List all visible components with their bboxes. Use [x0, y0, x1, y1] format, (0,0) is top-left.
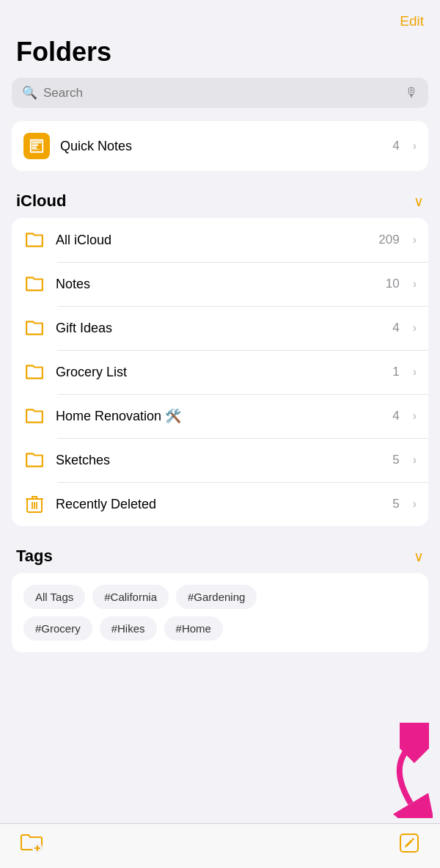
tags-section-title: Tags [16, 547, 53, 566]
folder-icon-notes [23, 273, 45, 295]
quick-notes-chevron: › [413, 139, 417, 153]
folder-chevron-recently-deleted: › [413, 497, 417, 511]
tags-section: Tags ∨ All Tags #California #Gardening #… [0, 542, 440, 652]
folder-row-recently-deleted[interactable]: Recently Deleted 5 › [12, 482, 428, 526]
top-bar: Edit [0, 0, 440, 34]
folder-label-gift-ideas: Gift Ideas [56, 321, 382, 336]
quick-notes-icon [23, 133, 50, 159]
folder-chevron-home-renovation: › [413, 409, 417, 423]
folder-label-sketches: Sketches [56, 453, 382, 468]
folder-icon-grocery-list [23, 361, 45, 383]
page-title: Folders [0, 34, 440, 78]
tag-home[interactable]: #Home [164, 616, 223, 641]
tags-card: All Tags #California #Gardening #Grocery… [12, 573, 428, 652]
trash-icon-recently-deleted [23, 493, 45, 515]
folder-count-recently-deleted: 5 [392, 497, 399, 511]
folder-chevron-all-icloud: › [413, 233, 417, 247]
new-folder-button[interactable] [21, 834, 43, 853]
tags-section-header: Tags ∨ [0, 542, 440, 573]
icloud-folders-card: All iCloud 209 › Notes 10 › Gift Ideas 4… [12, 218, 428, 526]
folder-label-notes: Notes [56, 277, 375, 292]
tag-gardening[interactable]: #Gardening [176, 585, 257, 609]
tag-grocery[interactable]: #Grocery [23, 616, 92, 641]
tag-all-tags[interactable]: All Tags [23, 585, 85, 609]
folder-row-home-renovation[interactable]: Home Renovation 🛠️ 4 › [12, 394, 428, 438]
search-icon: 🔍 [22, 85, 37, 101]
folder-count-grocery-list: 1 [392, 365, 399, 379]
folder-label-grocery-list: Grocery List [56, 365, 382, 380]
search-bar[interactable]: 🔍 🎙 [12, 78, 428, 108]
folder-row-sketches[interactable]: Sketches 5 › [12, 438, 428, 482]
icloud-section-header: iCloud ∨ [0, 187, 440, 218]
tag-hikes[interactable]: #Hikes [100, 616, 157, 641]
folder-chevron-grocery-list: › [413, 365, 417, 379]
folder-icon-sketches [23, 449, 45, 471]
pink-arrow-annotation [345, 723, 433, 818]
icloud-collapse-chevron[interactable]: ∨ [414, 193, 424, 210]
tags-collapse-chevron[interactable]: ∨ [414, 548, 424, 565]
folder-chevron-gift-ideas: › [413, 321, 417, 335]
folder-icon-home-renovation [23, 405, 45, 427]
folder-icon-gift-ideas [23, 317, 45, 339]
folder-chevron-notes: › [413, 277, 417, 291]
folder-chevron-sketches: › [413, 453, 417, 467]
folder-count-home-renovation: 4 [392, 409, 399, 423]
quick-notes-row[interactable]: Quick Notes 4 › [12, 121, 428, 171]
folder-count-gift-ideas: 4 [392, 321, 399, 335]
folder-count-all-icloud: 209 [378, 233, 399, 247]
edit-button[interactable]: Edit [400, 13, 424, 29]
folder-label-all-icloud: All iCloud [56, 233, 368, 248]
microphone-icon[interactable]: 🎙 [405, 85, 418, 101]
folder-row-all-icloud[interactable]: All iCloud 209 › [12, 218, 428, 262]
quick-notes-label: Quick Notes [60, 139, 382, 154]
quick-notes-card: Quick Notes 4 › [12, 121, 428, 171]
folder-count-sketches: 5 [392, 453, 399, 467]
icloud-section-title: iCloud [16, 192, 66, 211]
folder-icon-all-icloud [23, 229, 45, 251]
quick-notes-count: 4 [392, 139, 399, 153]
tags-row-2: #Grocery #Hikes #Home [23, 616, 417, 641]
search-input[interactable] [43, 86, 399, 101]
compose-button[interactable] [399, 833, 419, 853]
tags-row-1: All Tags #California #Gardening [23, 585, 417, 609]
folder-count-notes: 10 [386, 277, 400, 291]
folder-label-recently-deleted: Recently Deleted [56, 497, 382, 512]
svg-marker-2 [400, 723, 429, 763]
folder-row-gift-ideas[interactable]: Gift Ideas 4 › [12, 306, 428, 350]
folder-row-notes[interactable]: Notes 10 › [12, 262, 428, 306]
folder-row-grocery-list[interactable]: Grocery List 1 › [12, 350, 428, 394]
tag-california[interactable]: #California [92, 585, 169, 609]
folder-label-home-renovation: Home Renovation 🛠️ [56, 408, 382, 424]
bottom-bar [0, 823, 440, 868]
